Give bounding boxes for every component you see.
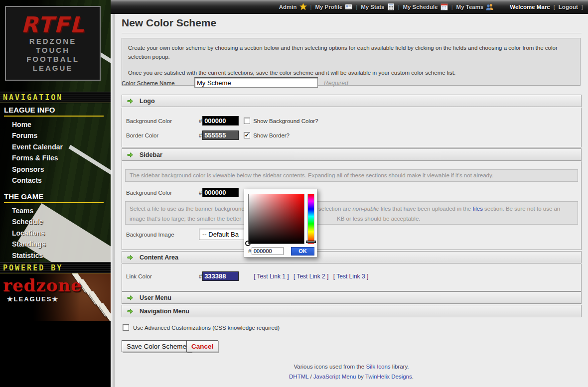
footer-credit-icons: Various icons used from the Silk Icons l… xyxy=(115,364,588,370)
test-links: [ Test Link 1 ] [ Test Link 2 ] [ Test L… xyxy=(254,273,371,280)
topbar-item-my-profile[interactable]: My Profile xyxy=(315,3,352,10)
css-abbr: CSS xyxy=(214,325,226,331)
link-color-swatch[interactable] xyxy=(202,271,239,281)
show-bg-color-checkbox[interactable] xyxy=(244,118,250,124)
separator: | xyxy=(451,4,453,10)
logo-bg-color-swatch[interactable] xyxy=(202,116,239,126)
show-border-checkbox[interactable]: ✔ xyxy=(244,132,250,138)
test-link-2[interactable]: [ Test Link 2 ] xyxy=(294,273,328,280)
hue-slider[interactable] xyxy=(307,194,314,244)
test-link-1[interactable]: [ Test Link 1 ] xyxy=(254,273,289,280)
powered-by-header: POWERED BY xyxy=(0,262,111,273)
test-link-3[interactable]: [ Test Link 3 ] xyxy=(333,273,368,280)
green-arrow-icon xyxy=(127,254,134,261)
brand-sub: ★LEAGUES★ xyxy=(3,295,63,303)
sidebar-item-teams[interactable]: Teams xyxy=(12,205,46,216)
league-logo[interactable]: RTFL REDZONE TOUCH FOOTBALL LEAGUE xyxy=(5,6,101,81)
welcome-text: Welcome Marc xyxy=(510,4,550,10)
sidebar-item-forums[interactable]: Forums xyxy=(12,130,63,141)
label-text: Use Advanced Customizations ( xyxy=(133,325,214,331)
save-color-scheme-button[interactable]: Save Color Scheme xyxy=(122,340,191,352)
files-link[interactable]: files xyxy=(472,206,482,212)
navigation-header: NAVIGATION xyxy=(0,92,111,103)
intro-paragraph-1: Create your own color scheme by choosing… xyxy=(128,43,574,61)
the-game-list: Teams Schedule Locations Standings Stati… xyxy=(12,205,46,261)
bracket: ] xyxy=(582,4,583,10)
picker-ok-button[interactable]: OK xyxy=(291,247,314,256)
logout-link[interactable]: Logout xyxy=(559,4,578,10)
color-selection-marker[interactable] xyxy=(245,241,251,246)
title-rule xyxy=(122,33,582,33)
vcard-icon xyxy=(345,3,352,10)
sidebar-bg-color-row: Background Color # xyxy=(126,188,577,197)
hash-prefix: # xyxy=(199,190,202,196)
redzone-leagues-logo[interactable]: redzone ★LEAGUES★ xyxy=(0,273,111,321)
page-title: New Color Scheme xyxy=(122,17,216,29)
footer-text: library. xyxy=(391,364,409,370)
footer-text: Various icons used from the xyxy=(294,364,366,370)
green-arrow-icon xyxy=(127,308,134,315)
main-content: New Color Scheme Create your own color s… xyxy=(115,0,588,387)
section-header-logo[interactable]: Logo xyxy=(122,95,582,107)
scheme-name-input[interactable] xyxy=(194,77,318,88)
logo-border-color-swatch[interactable] xyxy=(202,130,239,140)
sidebar-item-locations[interactable]: Locations xyxy=(12,228,46,239)
advanced-customizations-label: Use Advanced Customizations (CSS knowled… xyxy=(133,325,280,331)
note-italic-text: non-public xyxy=(352,206,379,212)
section-header-user-menu[interactable]: User Menu xyxy=(122,291,582,304)
league-logo-line: FOOTBALL xyxy=(6,55,100,64)
section-title-league-info: LEAGUE INFO xyxy=(4,106,104,117)
section-body-logo: Background Color # Show Background Color… xyxy=(122,108,582,147)
sidebar-item-schedule[interactable]: Schedule xyxy=(12,216,46,227)
sidebar-item-sponsors[interactable]: Sponsors xyxy=(12,164,63,175)
javascript-menu-link[interactable]: JavaScript Menu xyxy=(313,374,356,380)
field-label: Background Image xyxy=(126,232,199,238)
sidebar-item-statistics[interactable]: Statistics xyxy=(12,250,46,261)
twinhelix-designs-link[interactable]: TwinHelix Designs xyxy=(365,374,412,380)
scheme-name-label: Color Scheme Name xyxy=(122,80,175,86)
admin-label: Admin xyxy=(279,4,297,10)
sidebar-item-contacts[interactable]: Contacts xyxy=(12,175,63,186)
sidebar-item-forms-files[interactable]: Forms & Files xyxy=(12,152,63,163)
topbar-item-my-teams[interactable]: My Teams xyxy=(456,3,494,10)
green-arrow-icon xyxy=(127,151,134,158)
football-lace xyxy=(99,302,111,321)
saturation-value-square[interactable] xyxy=(248,194,304,244)
sidebar-item-standings[interactable]: Standings xyxy=(12,239,46,250)
picker-hex-input[interactable] xyxy=(252,247,284,255)
section-title-the-game: THE GAME xyxy=(4,192,104,203)
topbar-item-admin[interactable]: Admin xyxy=(279,3,307,10)
note-fragment: selection are non-public files that have… xyxy=(318,206,560,212)
league-logo-line: REDZONE xyxy=(6,37,100,46)
section-header-content-area[interactable]: Content Area xyxy=(122,251,582,263)
section-header-navigation-menu[interactable]: Navigation Menu xyxy=(122,305,582,317)
logo-border-color-row: Border Color # ✔ Show Border? xyxy=(126,130,577,140)
banner-image-note: Select a file to use as the banner backg… xyxy=(125,201,578,225)
silk-icons-link[interactable]: Silk Icons xyxy=(366,364,390,370)
sidebar-item-event-calendar[interactable]: Event Calendar xyxy=(12,141,63,152)
hue-slider-handle[interactable] xyxy=(306,241,316,243)
topbar-item-my-stats[interactable]: My Stats xyxy=(361,3,394,10)
sidebar-item-home[interactable]: Home xyxy=(12,119,63,130)
section-title: Navigation Menu xyxy=(140,308,189,315)
logo-bg-color-row: Background Color # Show Background Color… xyxy=(126,116,577,126)
separator: | xyxy=(356,4,357,10)
topbar-item-my-schedule[interactable]: My Schedule xyxy=(403,3,447,10)
my-stats-label: My Stats xyxy=(361,4,384,10)
league-logo-line: TOUCH xyxy=(6,46,100,55)
advanced-customizations-checkbox[interactable] xyxy=(123,324,129,331)
cancel-button[interactable]: Cancel xyxy=(186,340,218,352)
section-header-sidebar[interactable]: Sidebar xyxy=(122,148,582,161)
note-text: files that have been uploaded in the xyxy=(379,206,472,212)
hash-prefix: # xyxy=(248,248,251,254)
dhtml-link[interactable]: DHTML xyxy=(289,374,308,380)
field-label: Background Color xyxy=(126,190,199,196)
checkbox-label: Show Background Color? xyxy=(253,118,318,124)
sidebar-bg-color-swatch[interactable] xyxy=(202,188,239,197)
bracket: [ xyxy=(554,4,555,10)
sidebar-note: The sidebar background color is viewable… xyxy=(125,169,578,182)
section-body-content-area: Link Color # [ Test Link 1 ] [ Test Link… xyxy=(122,264,582,291)
note-fragment: Select a file to use as the banner backg… xyxy=(130,206,245,212)
advanced-customizations-row: Use Advanced Customizations (CSS knowled… xyxy=(123,324,280,331)
group-icon xyxy=(486,3,493,10)
